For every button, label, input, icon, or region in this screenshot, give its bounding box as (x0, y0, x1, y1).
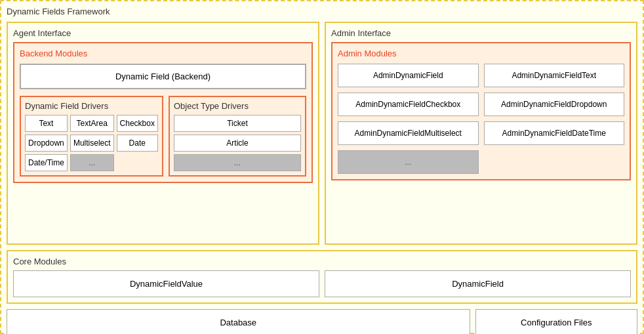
bottom-row: Database Configuration Files (7, 309, 637, 334)
btn-text[interactable]: Text (25, 115, 68, 132)
btn-textarea[interactable]: TextArea (70, 115, 114, 132)
btn-admin-dynamic-field[interactable]: AdminDynamicField (338, 64, 479, 87)
btn-checkbox[interactable]: Checkbox (117, 115, 158, 132)
admin-interface: Admin Interface Admin Modules AdminDynam… (325, 22, 637, 245)
backend-modules-label: Backend Modules (20, 49, 306, 58)
page-title: Dynamic Fields Framework (7, 7, 637, 16)
main-content: Agent Interface Backend Modules Dynamic … (7, 22, 637, 245)
dynamic-field-drivers-box: Dynamic Field Drivers Text TextArea Chec… (20, 96, 163, 177)
btn-config-files[interactable]: Configuration Files (475, 309, 638, 334)
btn-database[interactable]: Database (7, 309, 470, 334)
backend-modules: Backend Modules Dynamic Field (Backend) … (13, 42, 313, 183)
btn-more-admin[interactable]: ... (338, 150, 479, 174)
dynamic-field-drivers-label: Dynamic Field Drivers (25, 101, 158, 111)
drivers-row: Dynamic Field Drivers Text TextArea Chec… (20, 96, 306, 177)
btn-dynamic-field-value[interactable]: DynamicFieldValue (13, 270, 319, 297)
admin-btn-grid: AdminDynamicField AdminDynamicFieldText … (338, 64, 624, 174)
object-type-drivers-label: Object Type Drivers (174, 101, 301, 111)
agent-interface-label: Agent Interface (13, 28, 313, 38)
btn-admin-dynamic-field-datetime[interactable]: AdminDynamicFieldDateTime (484, 121, 625, 145)
agent-interface: Agent Interface Backend Modules Dynamic … (7, 22, 319, 245)
btn-admin-dynamic-field-text[interactable]: AdminDynamicFieldText (484, 64, 625, 87)
btn-more-drivers[interactable]: ... (70, 154, 114, 171)
outer-frame: Dynamic Fields Framework Agent Interface… (0, 0, 644, 334)
core-modules-row: DynamicFieldValue DynamicField (13, 270, 631, 297)
core-modules-section: Core Modules DynamicFieldValue DynamicFi… (7, 250, 637, 304)
btn-admin-dynamic-field-multiselect[interactable]: AdminDynamicFieldMultiselect (338, 121, 479, 145)
object-type-drivers-box: Object Type Drivers Ticket Article ... (169, 96, 306, 177)
driver-btn-grid: Text TextArea Checkbox Dropdown Multisel… (25, 115, 158, 171)
btn-datetime[interactable]: Date/Time (25, 154, 68, 171)
btn-more-object[interactable]: ... (174, 154, 301, 171)
btn-dropdown[interactable]: Dropdown (25, 135, 68, 152)
btn-date[interactable]: Date (117, 135, 158, 152)
btn-admin-dynamic-field-checkbox[interactable]: AdminDynamicFieldCheckbox (338, 93, 479, 116)
btn-dynamic-field-core[interactable]: DynamicField (325, 270, 631, 297)
btn-article[interactable]: Article (174, 135, 301, 152)
admin-modules-label: Admin Modules (338, 49, 624, 58)
dynamic-field-backend: Dynamic Field (Backend) (20, 64, 306, 89)
admin-modules: Admin Modules AdminDynamicField AdminDyn… (331, 42, 631, 180)
core-modules-label: Core Modules (13, 257, 631, 266)
object-type-btn-grid: Ticket Article ... (174, 115, 301, 171)
admin-interface-label: Admin Interface (331, 28, 631, 38)
btn-admin-dynamic-field-dropdown[interactable]: AdminDynamicFieldDropdown (484, 93, 625, 116)
btn-ticket[interactable]: Ticket (174, 115, 301, 132)
btn-multiselect[interactable]: Multiselect (70, 135, 114, 152)
